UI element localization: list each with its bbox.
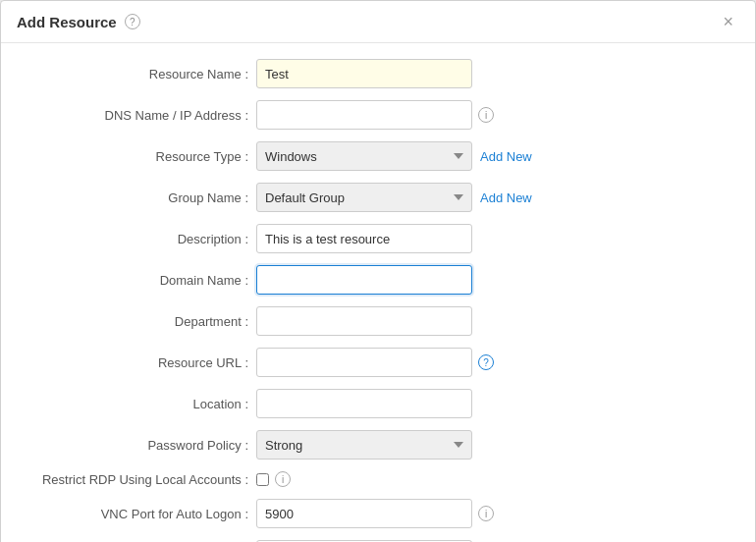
restrict-rdp-row: Restrict RDP Using Local Accounts i — [30, 471, 726, 487]
restrict-rdp-checkbox[interactable] — [256, 473, 269, 486]
dns-info-icon[interactable]: i — [478, 107, 494, 123]
description-label: Description — [30, 232, 256, 246]
dialog-title: Add Resource — [17, 14, 117, 30]
resource-url-label: Resource URL — [30, 355, 256, 370]
resource-type-select[interactable]: Windows Linux Mac Other — [256, 141, 472, 171]
password-policy-row: Password Policy Strong Medium Weak — [30, 430, 726, 460]
vnc-port-row: VNC Port for Auto Logon i — [30, 499, 726, 528]
resource-url-input[interactable] — [256, 348, 472, 377]
department-label: Department — [30, 314, 256, 329]
dialog-header: Add Resource ? × — [1, 1, 755, 43]
group-name-select[interactable]: Default Group Group 1 Group 2 — [256, 183, 472, 212]
dialog-body: Resource Name DNS Name / IP Address i Re… — [1, 43, 755, 542]
location-row: Location — [30, 389, 726, 418]
add-new-group-link[interactable]: Add New — [480, 190, 532, 205]
resource-type-row: Resource Type Windows Linux Mac Other Ad… — [30, 141, 726, 171]
restrict-rdp-label: Restrict RDP Using Local Accounts — [30, 472, 256, 487]
dns-name-input[interactable] — [256, 100, 472, 130]
add-new-resource-type-link[interactable]: Add New — [480, 149, 532, 164]
resource-name-label: Resource Name — [30, 67, 256, 81]
resource-url-wrap: ? — [256, 348, 494, 377]
resource-type-wrap: Windows Linux Mac Other Add New — [256, 141, 532, 171]
add-resource-dialog: Add Resource ? × Resource Name DNS Name … — [0, 0, 756, 542]
resource-url-info-icon[interactable]: ? — [478, 354, 494, 370]
password-policy-select[interactable]: Strong Medium Weak — [256, 430, 472, 460]
description-row: Description — [30, 224, 726, 253]
location-input[interactable] — [256, 389, 472, 418]
close-button[interactable]: × — [717, 11, 739, 32]
location-label: Location — [30, 397, 256, 411]
restrict-rdp-info-icon[interactable]: i — [275, 471, 291, 487]
department-row: Department — [30, 306, 726, 336]
group-name-row: Group Name Default Group Group 1 Group 2… — [30, 183, 726, 212]
domain-name-label: Domain Name — [30, 273, 256, 288]
resource-url-row: Resource URL ? — [30, 348, 726, 377]
resource-name-row: Resource Name — [30, 59, 726, 88]
help-icon[interactable]: ? — [125, 14, 140, 29]
domain-name-input[interactable] — [256, 265, 472, 295]
dns-input-wrap: i — [256, 100, 494, 130]
dialog-title-wrap: Add Resource ? — [17, 14, 140, 30]
dns-name-row: DNS Name / IP Address i — [30, 100, 726, 130]
vnc-port-input[interactable] — [256, 499, 472, 528]
description-input[interactable] — [256, 224, 472, 253]
department-input[interactable] — [256, 306, 472, 336]
domain-name-row: Domain Name — [30, 265, 726, 295]
group-name-label: Group Name — [30, 190, 256, 205]
dns-name-label: DNS Name / IP Address — [30, 108, 256, 123]
vnc-port-label: VNC Port for Auto Logon — [30, 507, 256, 521]
resource-name-input[interactable] — [256, 59, 472, 88]
restrict-rdp-wrap: i — [256, 471, 291, 487]
password-policy-label: Password Policy — [30, 438, 256, 453]
vnc-port-wrap: i — [256, 499, 494, 528]
group-name-wrap: Default Group Group 1 Group 2 Add New — [256, 183, 532, 212]
vnc-port-info-icon[interactable]: i — [478, 506, 494, 521]
resource-type-label: Resource Type — [30, 149, 256, 164]
